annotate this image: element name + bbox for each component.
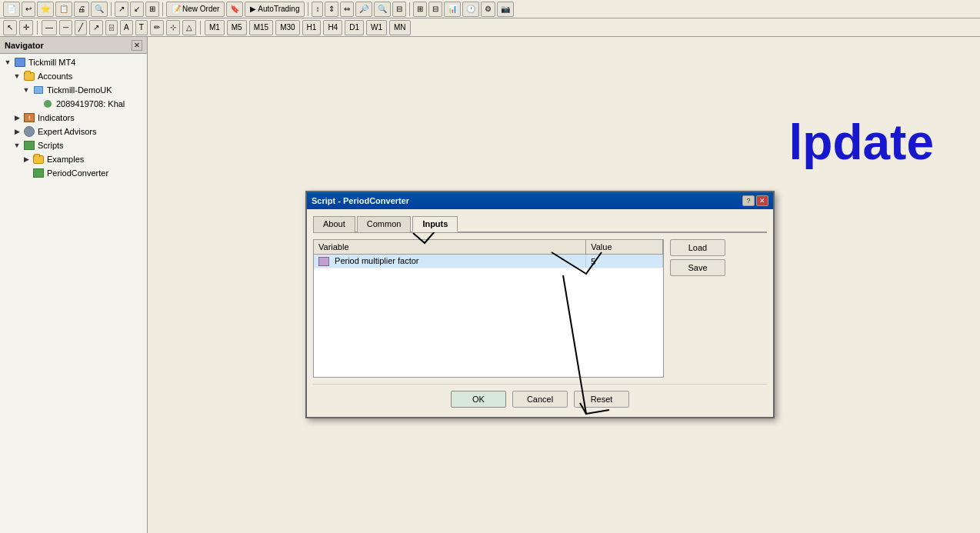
col-header-value: Value [586, 240, 663, 255]
save-button[interactable]: Save [670, 259, 725, 276]
toggle-accounts: ▼ [12, 72, 22, 81]
dialog-titlebar: Script - PeriodConverter ? ✕ [307, 192, 773, 209]
navigator-close-button[interactable]: ✕ [132, 40, 142, 51]
chart-btn-3[interactable]: 📊 [444, 2, 461, 17]
arrow-tool[interactable]: ↗ [89, 20, 103, 35]
line-tool[interactable]: — [42, 20, 57, 35]
screenshot-btn[interactable]: 📷 [497, 2, 514, 17]
autotrading-button[interactable]: ▶ AutoTrading [245, 2, 305, 17]
magnify-btn[interactable]: 🔎 [355, 2, 372, 17]
autotrading-label: AutoTrading [258, 5, 299, 13]
tree-item-tickmill[interactable]: ▼ Tickmill MT4 [0, 55, 147, 69]
dialog-footer: OK Cancel Reset [313, 384, 767, 411]
toggle-pc [22, 168, 31, 178]
script-dialog: Script - PeriodConverter ? ✕ About Commo… [305, 191, 775, 418]
pointer-tool[interactable]: ↖ [3, 20, 17, 35]
tree-item-accounts[interactable]: ▼ Accounts [0, 69, 147, 83]
ok-button[interactable]: OK [451, 391, 506, 408]
dialog-close-button[interactable]: ✕ [756, 195, 768, 206]
new-order-label: New Order [182, 5, 219, 13]
label-tool[interactable]: T [135, 20, 148, 35]
period-d1[interactable]: D1 [345, 20, 364, 35]
autotrading-icon: ▶ [250, 5, 256, 13]
toolbar-btn-1[interactable]: ↩ [22, 2, 35, 17]
tree-item-scripts[interactable]: ▼ Scripts [0, 138, 147, 152]
toolbar-btn-2[interactable]: ⭐ [37, 2, 54, 17]
toolbar-btn-6[interactable]: ↗ [115, 2, 128, 17]
toolbar-btn-4[interactable]: 🖨 [74, 2, 89, 17]
update-text-overlay: lpdate [789, 114, 934, 171]
toolbar-btn-3[interactable]: 📋 [55, 2, 72, 17]
chart-btn-1[interactable]: ⊞ [413, 2, 427, 17]
crosshair-tool[interactable]: ✛ [19, 20, 33, 35]
user-icon [42, 98, 54, 110]
main-area: Navigator ✕ ▼ Tickmill MT4 ▼ Accounts ▼ … [0, 37, 980, 533]
period-m5[interactable]: M5 [227, 20, 247, 35]
toolbar-btn-8[interactable]: ⊞ [145, 2, 159, 17]
period-m1[interactable]: M1 [205, 20, 225, 35]
dialog-help-button[interactable]: ? [742, 195, 755, 206]
sep-3 [308, 2, 308, 16]
tree-label-ea: Expert Advisors [38, 127, 96, 136]
zoom-out-btn[interactable]: ⇕ [325, 2, 338, 17]
indicators-icon: f [23, 112, 35, 124]
period-h1[interactable]: H1 [302, 20, 322, 35]
side-buttons: Load Save [670, 239, 725, 276]
navigator-panel: Navigator ✕ ▼ Tickmill MT4 ▼ Accounts ▼ … [0, 37, 148, 533]
period-toolbar: ↖ ✛ — ─ ╱ ↗ ⌻ A T ✏ ⊹ △ M1 M5 M15 M30 H1… [0, 18, 980, 37]
tree-item-tickmill-demo[interactable]: ▼ Tickmill-DemoUK [0, 83, 147, 97]
dialog-content: Variable Value [313, 239, 767, 378]
navigator-header: Navigator ✕ [0, 37, 147, 54]
chart-btn-5[interactable]: ⚙ [481, 2, 495, 17]
period-h4[interactable]: H4 [323, 20, 342, 35]
magnify-out-btn[interactable]: 🔍 [374, 2, 391, 17]
tree-item-indicators[interactable]: ▶ f Indicators [0, 111, 147, 125]
toolbar-btn-9[interactable]: 🔖 [226, 2, 243, 17]
tree-item-user[interactable]: 2089419708: Khal [0, 97, 147, 111]
period-m30[interactable]: M30 [275, 20, 299, 35]
navigator-tree: ▼ Tickmill MT4 ▼ Accounts ▼ Tickmill-Dem… [0, 54, 147, 533]
toolbar-btn-7[interactable]: ↙ [130, 2, 144, 17]
tree-item-period-converter[interactable]: PeriodConverter [0, 166, 147, 180]
tab-about[interactable]: About [313, 216, 355, 232]
sep-5 [37, 21, 38, 35]
tline-tool[interactable]: ╱ [75, 20, 87, 35]
scroll-btn[interactable]: ⇔ [340, 2, 354, 17]
toolbar-btn-5[interactable]: 🔍 [91, 2, 108, 17]
load-button[interactable]: Load [670, 239, 725, 256]
scripts-icon [23, 139, 35, 152]
toggle-tickmill-demo: ▼ [22, 85, 31, 95]
channel-tool[interactable]: ⌻ [105, 20, 118, 35]
marker-tool[interactable]: ✏ [150, 20, 164, 35]
period-w1[interactable]: W1 [366, 20, 387, 35]
value-cell[interactable]: 5 [586, 255, 663, 268]
angle-tool[interactable]: △ [182, 20, 196, 35]
fit-btn[interactable]: ⊟ [392, 2, 406, 17]
toggle-indicators: ▶ [12, 113, 22, 122]
table-row[interactable]: Period multiplier factor 5 [314, 255, 663, 268]
tree-item-examples[interactable]: ▶ Examples [0, 152, 147, 166]
tree-label-indicators: Indicators [38, 113, 75, 122]
tab-inputs[interactable]: Inputs [412, 216, 458, 232]
hline-tool[interactable]: ─ [59, 20, 72, 35]
new-order-button[interactable]: 📝 New Order [166, 2, 225, 17]
examples-icon [32, 153, 45, 165]
toggle-tickmill: ▼ [3, 58, 12, 67]
tree-label-period-converter: PeriodConverter [47, 168, 108, 178]
tree-item-expert-advisors[interactable]: ▶ Expert Advisors [0, 125, 147, 138]
menu-file[interactable]: 📄 [3, 2, 20, 17]
period-m15[interactable]: M15 [249, 20, 273, 35]
text-tool[interactable]: A [120, 20, 133, 35]
fib-tool[interactable]: ⊹ [166, 20, 180, 35]
period-mn[interactable]: MN [389, 20, 411, 35]
chart-btn-4[interactable]: 🕐 [462, 2, 479, 17]
zoom-in-btn[interactable]: ↕ [312, 2, 323, 17]
toggle-user [31, 99, 40, 108]
reset-button[interactable]: Reset [574, 391, 629, 408]
tree-label-scripts: Scripts [38, 141, 64, 150]
dialog-tabs: About Common Inputs [313, 215, 767, 233]
chart-btn-2[interactable]: ⊟ [428, 2, 442, 17]
sep-6 [200, 21, 201, 35]
tab-common[interactable]: Common [357, 216, 412, 232]
cancel-button[interactable]: Cancel [512, 391, 568, 408]
